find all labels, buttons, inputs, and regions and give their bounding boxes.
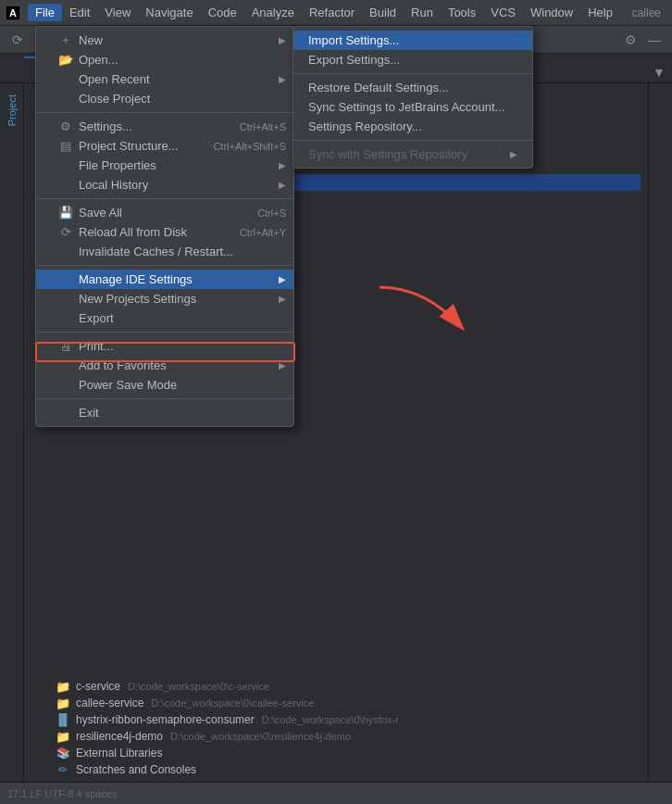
menu-item-project-structure[interactable]: ▤ Project Structure... Ctrl+Alt+Shift+S <box>36 136 293 156</box>
refresh-icon[interactable]: ⟳ <box>7 30 28 50</box>
project-item-resilience[interactable]: ▶ 📁 resilience4j-demo D:\code_workspace\… <box>24 728 648 745</box>
right-sidebar <box>648 83 672 782</box>
settings-icon[interactable]: ⚙ <box>620 30 641 50</box>
menu-item-power-save[interactable]: Power Save Mode <box>36 375 293 395</box>
menu-item-new-projects[interactable]: New Projects Settings ▶ <box>36 289 293 308</box>
menu-item-favorites-label: Add to Favorites <box>79 358 273 372</box>
arrow-icon: ▶ <box>279 180 286 190</box>
arrow-icon: ▶ <box>279 160 286 170</box>
project-item-path: D:\code_workspace\0\callee-service <box>151 697 314 709</box>
window-title: callee <box>632 6 668 19</box>
menu-item-exit[interactable]: Exit <box>36 403 293 422</box>
submenu-arrow-icon: ▶ <box>510 149 517 159</box>
menu-item-favorites[interactable]: Add to Favorites ▶ <box>36 356 293 375</box>
menu-item-file-props[interactable]: File Properties ▶ <box>36 156 293 175</box>
folder-icon: 📁 <box>56 680 70 693</box>
arrow-icon: ▶ <box>279 274 286 284</box>
project-item-callee-service[interactable]: ▶ 📁 callee-service D:\code_workspace\0\c… <box>24 695 648 711</box>
scratch-icon: ✏ <box>56 763 70 776</box>
separator-2 <box>36 198 293 199</box>
project-item-label: resilience4j-demo <box>76 730 163 743</box>
menu-item-new[interactable]: + New ▶ <box>36 31 293 50</box>
project-item-path: D:\code_workspace\0\resilience4j-demo <box>170 731 351 742</box>
menu-item-manage-ide-label: Manage IDE Settings <box>79 272 273 286</box>
menu-item-fileprops-label: File Properties <box>79 158 273 172</box>
arrow-icon: ▶ <box>279 294 286 304</box>
menu-item-print[interactable]: 🖨 Print... <box>36 336 293 356</box>
menu-item-save-all[interactable]: 💾 Save All Ctrl+S <box>36 203 293 222</box>
shortcut-label: Ctrl+Alt+S <box>240 121 286 132</box>
menu-item-settings[interactable]: ⚙ Settings... Ctrl+Alt+S <box>36 117 293 136</box>
folder-icon: 📁 <box>56 697 70 710</box>
menu-build[interactable]: Build <box>362 4 404 21</box>
menu-item-newprojects-label: New Projects Settings <box>79 292 273 306</box>
print-icon: 🖨 <box>58 339 73 353</box>
menu-item-close-project[interactable]: Close Project <box>36 89 293 108</box>
submenu-separator-2 <box>293 140 532 141</box>
menu-item-open[interactable]: 📂 Open... <box>36 50 293 69</box>
manage-ide-submenu: Import Settings... Export Settings... Re… <box>292 26 533 169</box>
file-menu-dropdown: + New ▶ 📂 Open... Open Recent ▶ Close Pr… <box>35 26 294 427</box>
menu-code[interactable]: Code <box>201 4 244 21</box>
menu-item-history-label: Local History <box>79 178 273 192</box>
arrow-icon: ▶ <box>279 360 286 371</box>
tab-overflow-icon[interactable]: ▼ <box>649 62 669 82</box>
project-item-hystrix[interactable]: ▶ ▐▌ hystrix-ribbon-semaphore-consumer D… <box>24 711 648 728</box>
menu-item-local-history[interactable]: Local History ▶ <box>36 175 293 195</box>
menu-navigate[interactable]: Navigate <box>138 4 200 21</box>
menu-item-open-recent[interactable]: Open Recent ▶ <box>36 69 293 89</box>
submenu-item-export[interactable]: Export Settings... <box>293 50 532 69</box>
separator-5 <box>36 398 293 399</box>
menu-edit[interactable]: Edit <box>62 4 97 21</box>
project-structure-icon: ▤ <box>58 139 73 153</box>
menu-view[interactable]: View <box>97 4 138 21</box>
menu-item-recent-label: Open Recent <box>79 72 273 86</box>
library-icon: 📚 <box>56 747 70 760</box>
menu-tools[interactable]: Tools <box>441 4 483 21</box>
menu-item-invalidate[interactable]: Invalidate Caches / Restart... <box>36 242 293 261</box>
arrow-icon: ▶ <box>279 35 286 45</box>
menu-item-manage-ide[interactable]: Manage IDE Settings ▶ <box>36 270 293 289</box>
menu-vcs[interactable]: VCS <box>483 4 523 21</box>
menu-item-settings-label: Settings... <box>79 119 234 133</box>
menu-window[interactable]: Window <box>523 4 580 21</box>
project-item-path: D:\code_workspace\0\hystrix-r <box>262 714 399 725</box>
project-item-c-service[interactable]: ▶ 📁 c-service D:\code_workspace\0\c-serv… <box>24 678 648 695</box>
submenu-item-settings-repo[interactable]: Settings Repository... <box>293 117 532 136</box>
gear-icon: ⚙ <box>58 119 73 133</box>
project-item-label: callee-service <box>76 697 143 710</box>
menu-item-save-label: Save All <box>79 206 252 220</box>
project-item-ext-libs[interactable]: ▶ 📚 External Libraries <box>24 745 648 761</box>
menu-run[interactable]: Run <box>404 4 441 21</box>
project-tree: ▶ 📁 c-service D:\code_workspace\0\c-serv… <box>24 674 648 782</box>
submenu-sync-repo-label: Sync with Settings Repository <box>308 147 467 161</box>
submenu-item-sync-jetbrains[interactable]: Sync Settings to JetBrains Account... <box>293 97 532 117</box>
menu-bar: A File Edit View Navigate Code Analyze R… <box>0 0 672 26</box>
folder-icon: 📁 <box>56 730 70 743</box>
status-bar: 17:1 LF UTF-8 4 spaces <box>0 782 672 804</box>
menu-refactor[interactable]: Refactor <box>302 4 362 21</box>
submenu-item-restore[interactable]: Restore Default Settings... <box>293 78 532 97</box>
submenu-item-import[interactable]: Import Settings... <box>293 31 532 50</box>
save-icon: 💾 <box>58 206 73 220</box>
separator-3 <box>36 265 293 266</box>
menu-analyze[interactable]: Analyze <box>244 4 302 21</box>
minus-icon[interactable]: — <box>644 30 665 50</box>
project-item-scratches[interactable]: ▶ ✏ Scratches and Consoles <box>24 761 648 778</box>
menu-file[interactable]: File <box>28 4 62 21</box>
menu-item-new-label: New <box>79 33 273 47</box>
menu-item-structure-label: Project Structure... <box>79 139 207 153</box>
submenu-export-label: Export Settings... <box>308 53 400 67</box>
submenu-sync-label: Sync Settings to JetBrains Account... <box>308 100 504 114</box>
menu-item-exit-label: Exit <box>79 406 286 420</box>
app-logo: A <box>4 4 22 22</box>
menu-help[interactable]: Help <box>580 4 620 21</box>
open-icon: 📂 <box>58 53 73 67</box>
menu-item-export[interactable]: Export <box>36 308 293 328</box>
left-sidebar: Project <box>0 83 24 782</box>
menu-item-reload[interactable]: ⟳ Reload All from Disk Ctrl+Alt+Y <box>36 222 293 242</box>
sidebar-project-tab[interactable]: Project <box>3 87 21 133</box>
shortcut-label: Ctrl+S <box>257 207 286 219</box>
menu-item-export-label: Export <box>79 311 286 325</box>
menu-item-print-label: Print... <box>79 339 286 353</box>
